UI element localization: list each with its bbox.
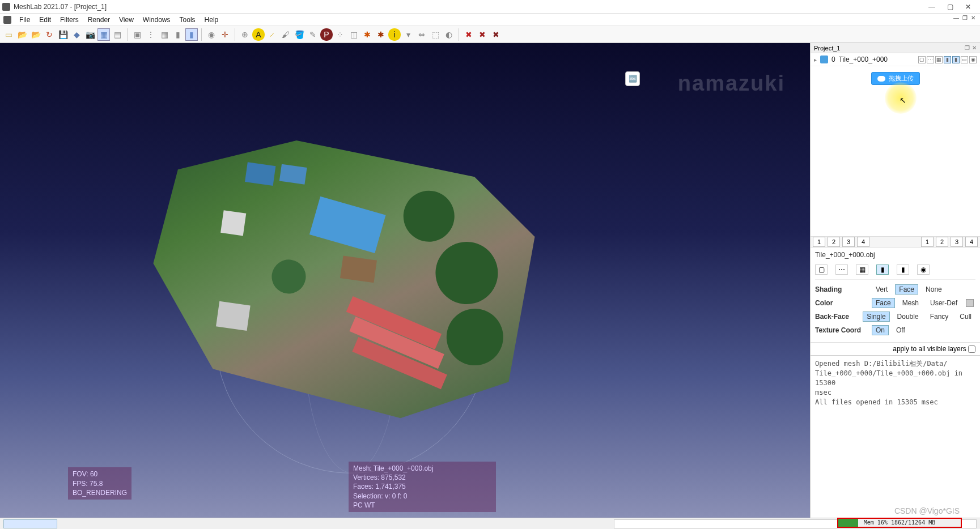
layer-bbox-icon[interactable]: ▢ [918,56,926,63]
view-tab-left-2[interactable]: 2 [828,237,840,247]
option-vert[interactable]: Vert [872,284,892,295]
zbrush-icon[interactable]: ◐ [443,28,455,41]
pencil-icon[interactable]: ✎ [307,28,319,41]
menu-file[interactable]: File [15,15,35,25]
render-mode-bbox-icon[interactable]: ▢ [815,264,828,275]
menu-view[interactable]: View [114,15,138,25]
apply-all-checkbox[interactable] [968,345,975,353]
delete-sel-vert-icon[interactable]: ✖ [463,28,475,41]
view-tab-right-3[interactable]: 3 [951,237,963,247]
cursor-icon: ↖ [900,96,906,105]
app-icon [2,3,10,11]
ref-icon[interactable]: ⬚ [429,28,442,41]
option-off[interactable]: Off [892,325,909,335]
minimize-button[interactable]: — [928,3,936,11]
view-tab-left-1[interactable]: 1 [813,237,825,247]
light-icon[interactable]: ◉ [205,28,218,41]
color-row: Color FaceMeshUser-Def [815,298,975,308]
delete-sel-both-icon[interactable]: ✖ [490,28,502,41]
paint-icon[interactable]: 🖌 [279,28,292,41]
layer-tex-icon[interactable]: ◉ [969,56,977,63]
smooth-icon[interactable]: ▮ [185,28,198,41]
view-tab-left-3[interactable]: 3 [842,237,855,247]
globe-icon[interactable]: ⊕ [239,28,251,41]
render-mode-tex-icon[interactable]: ◉ [917,264,930,275]
option-face[interactable]: Face [872,298,895,308]
layer-edge-icon[interactable]: ▭ [961,56,968,63]
color-swatch[interactable] [966,299,974,307]
fill-icon[interactable]: 🪣 [293,28,306,41]
menu-windows[interactable]: Windows [138,15,175,25]
option-face[interactable]: Face [895,284,918,295]
menu-render[interactable]: Render [83,15,114,25]
flat-icon[interactable]: ▮ [172,28,184,41]
render-mode-points-icon[interactable]: ⋯ [835,264,848,275]
layer-row[interactable]: ▸ 0 Tile_+000_+000 ▢ ⋯ ▦ ▮ ▮ ▭ ◉ [811,53,980,66]
view-tab-left-4[interactable]: 4 [857,237,869,247]
layer-expand-icon[interactable]: ▸ [814,57,817,63]
export-mesh-icon[interactable]: 💾 [57,28,69,41]
label-icon[interactable]: A [252,28,265,41]
option-double[interactable]: Double [893,312,923,322]
save-project-icon[interactable]: ◆ [70,28,83,41]
svg-rect-3 [279,164,307,185]
manip-icon[interactable]: ⇔ [415,28,428,41]
translate-overlay-icon[interactable]: 🔤 [625,71,640,86]
layer-dialog-icon[interactable]: ▦ [97,28,110,41]
info-icon[interactable]: i [388,28,401,41]
raster-icon[interactable]: ▤ [111,28,124,41]
menu-edit[interactable]: Edit [35,15,56,25]
layer-points-icon[interactable]: ⋯ [927,56,934,63]
points-icon[interactable]: ⋮ [145,28,157,41]
open-project-icon[interactable]: 📂 [16,28,28,41]
measure-icon[interactable]: ⟋ [266,28,278,41]
layer-visibility-icon[interactable] [820,56,828,63]
render-mode-flat-icon[interactable]: ▮ [876,264,889,275]
render-mode-wire-icon[interactable]: ▦ [856,264,868,275]
layer-fill-icon[interactable]: ▮ [944,56,951,63]
view-tab-right-2[interactable]: 2 [936,237,948,247]
option-fancy[interactable]: Fancy [926,312,953,322]
backface-row: Back-Face SingleDoubleFancyCull [815,312,975,322]
bbox-icon[interactable]: ▣ [131,28,143,41]
layer-wire-icon[interactable]: ▦ [935,56,943,63]
star-icon[interactable]: ✱ [361,28,374,41]
star2-icon[interactable]: ✱ [375,28,387,41]
mdi-close-button[interactable]: ✕ [971,15,975,21]
menu-tools[interactable]: Tools [175,15,200,25]
upload-button[interactable]: 拖拽上传 [871,72,920,85]
mdi-minimize-button[interactable]: — [953,15,959,21]
close-button[interactable]: ✕ [964,3,972,11]
option-cull[interactable]: Cull [956,312,975,322]
shading-row: Shading VertFaceNone [815,284,975,295]
select-vert-icon[interactable]: ⁘ [334,28,346,41]
maximize-button[interactable]: ▢ [946,3,954,11]
mdi-restore-button[interactable]: ❐ [962,15,968,21]
snapshot-icon[interactable]: 📷 [84,28,96,41]
p-icon[interactable]: P [320,28,333,41]
import-mesh-icon[interactable]: 📂 [29,28,42,41]
menu-help[interactable]: Help [200,15,223,25]
layer-sel-icon[interactable]: ▮ [952,56,960,63]
axis-icon[interactable]: ✛ [219,28,231,41]
reload-icon[interactable]: ↻ [43,28,56,41]
option-mesh[interactable]: Mesh [898,298,923,308]
new-project-icon[interactable]: ▭ [2,28,15,41]
menu-filters[interactable]: Filters [56,15,83,25]
wireframe-icon[interactable]: ▦ [158,28,171,41]
align-icon[interactable]: ▾ [402,28,414,41]
delete-sel-face-icon[interactable]: ✖ [476,28,489,41]
side-panel: Project_1 ❐ ✕ ▸ 0 Tile_+000_+000 ▢ ⋯ ▦ ▮… [810,43,980,518]
panel-close-button[interactable]: ✕ [972,45,977,51]
panel-float-button[interactable]: ❐ [965,45,970,51]
view-tab-right-1[interactable]: 1 [921,237,934,247]
option-single[interactable]: Single [863,312,889,322]
option-none[interactable]: None [922,284,946,295]
view-tab-right-4[interactable]: 4 [965,237,978,247]
log-area[interactable]: Opened mesh D:/Bilibili相关/Data/ Tile_+00… [811,355,980,518]
option-on[interactable]: On [872,325,889,335]
3d-viewport[interactable]: 🔤 FOV: 60 FPS: 75.8 BO_RENDERING Mesh: T… [0,43,810,518]
option-user-def[interactable]: User-Def [926,298,961,308]
select-face-icon[interactable]: ◫ [347,28,360,41]
render-mode-smooth-icon[interactable]: ▮ [897,264,909,275]
